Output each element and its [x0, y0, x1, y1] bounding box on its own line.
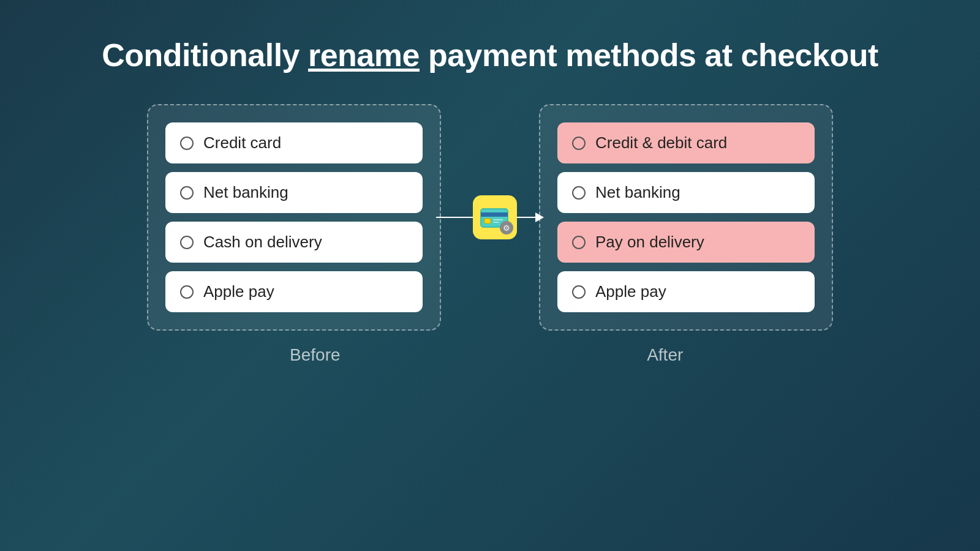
before-panel: Credit card Net banking Cash on delivery… — [147, 104, 441, 331]
page-title: Conditionally rename payment methods at … — [102, 37, 878, 73]
svg-rect-1 — [481, 212, 508, 217]
radio-icon — [180, 285, 194, 299]
radio-icon — [572, 236, 586, 249]
before-item-2: Net banking — [165, 172, 423, 213]
after-item-2: Net banking — [557, 172, 815, 213]
radio-icon — [572, 285, 586, 299]
radio-icon — [180, 236, 194, 249]
title-area: Conditionally rename payment methods at … — [102, 37, 878, 73]
arrow-icon-container: ⚙ — [436, 195, 544, 239]
before-item-3: Cash on delivery — [165, 222, 423, 263]
comparison-area: Credit card Net banking Cash on delivery… — [0, 104, 980, 331]
transform-arrow-area: ⚙ — [441, 195, 539, 239]
before-item-1: Credit card — [165, 122, 423, 163]
radio-icon — [572, 186, 586, 200]
svg-rect-2 — [484, 219, 491, 223]
radio-icon — [180, 186, 194, 200]
after-item-3: Pay on delivery — [557, 222, 815, 263]
after-item-1: Credit & debit card — [557, 122, 815, 163]
svg-rect-4 — [493, 222, 499, 223]
arrow-line-left — [436, 217, 473, 218]
radio-icon — [180, 137, 194, 150]
before-label: Before — [184, 345, 447, 365]
payment-settings-icon: ⚙ — [473, 195, 517, 239]
svg-rect-3 — [493, 219, 503, 220]
radio-icon — [572, 137, 586, 150]
after-item-4: Apple pay — [557, 271, 815, 312]
gear-badge: ⚙ — [500, 221, 513, 234]
panel-labels: Before After — [141, 345, 839, 365]
after-label: After — [533, 345, 796, 365]
after-panel: Credit & debit card Net banking Pay on d… — [539, 104, 833, 331]
before-item-4: Apple pay — [165, 271, 423, 312]
